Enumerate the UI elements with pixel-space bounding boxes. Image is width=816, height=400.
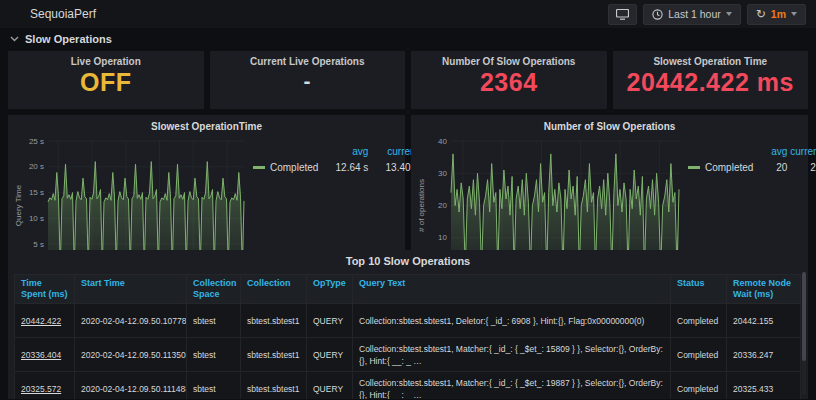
panel-title[interactable]: Slowest Operation Time — [653, 56, 767, 67]
refresh-interval-label: 1m — [771, 8, 786, 20]
cell-optype: QUERY — [307, 372, 353, 400]
y-tick-label: 10 s — [29, 214, 44, 223]
navbar: SequoiaPerf Last 1 hour ↻ 1m — [0, 0, 816, 28]
stat-panel-slowest-operation-time: Slowest Operation Time 20442.422 ms — [613, 51, 809, 109]
cell-remote-node-wait: 20442.155 — [727, 304, 801, 338]
cell-optype: QUERY — [307, 338, 353, 372]
table-row: 20325.5722020-02-04-12.09.50.111488sbtes… — [15, 372, 801, 400]
cell-collection: sbtest.sbtest1 — [241, 372, 307, 400]
legend-header-current: current — [787, 146, 816, 157]
table-header-row: Time Spent (ms)Start TimeCollection Spac… — [15, 275, 801, 304]
panel-title[interactable]: Slowest OperationTime — [14, 119, 399, 134]
legend-avg-value: 20 — [753, 162, 787, 173]
monitor-icon — [616, 9, 629, 20]
stat-panel-number-of-slow-operations: Number Of Slow Operations 2364 — [411, 51, 607, 109]
dashboard-content: Live Operation OFF Current Live Operatio… — [0, 49, 816, 399]
column-header-optype[interactable]: OpType — [307, 275, 353, 304]
stat-value: OFF — [80, 70, 132, 95]
time-range-label: Last 1 hour — [668, 8, 721, 20]
y-tick-label: 20 s — [29, 162, 44, 171]
cell-query-text: Collection:sbtest.sbtest1, Matcher:{ _id… — [353, 338, 671, 372]
legend-header-avg: avg — [318, 146, 368, 157]
refresh-icon: ↻ — [756, 8, 766, 20]
cell-start-time: 2020-02-04-12.09.50.107785 — [75, 304, 187, 338]
navbar-actions: Last 1 hour ↻ 1m — [608, 4, 806, 25]
cell-collection: sbtest.sbtest1 — [241, 338, 307, 372]
stat-value: - — [304, 70, 312, 91]
y-axis-label: Query Time — [14, 184, 23, 226]
app-title: SequoiaPerf — [30, 7, 96, 21]
column-header-query-text[interactable]: Query Text — [353, 275, 671, 304]
refresh-interval-button[interactable]: ↻ 1m — [747, 4, 806, 25]
legend-series-completed[interactable]: Completed — [253, 162, 318, 173]
stat-panel-live-operation: Live Operation OFF — [8, 51, 204, 109]
table-row: 20442.4222020-02-04-12.09.50.107785sbtes… — [15, 304, 801, 338]
y-tick-label: 15 s — [29, 188, 44, 197]
section-slow-operations[interactable]: Slow Operations — [0, 28, 816, 49]
cell-status: Completed — [671, 372, 727, 400]
slow-operations-table: Time Spent (ms)Start TimeCollection Spac… — [14, 274, 801, 399]
column-header-remote-node-wait[interactable]: Remote Node Wait (ms) — [727, 275, 801, 304]
time-range-picker[interactable]: Last 1 hour — [643, 4, 741, 25]
panel-title[interactable]: Top 10 Slow Operations — [8, 255, 808, 270]
cell-start-time: 2020-02-04-12.09.50.111488 — [75, 372, 187, 400]
table-panel-top-10-slow-operations: Top 10 Slow Operations Time Spent (ms)St… — [8, 250, 808, 399]
cell-status: Completed — [671, 304, 727, 338]
cell-query-text: Collection:sbtest.sbtest1, Matcher:{ _id… — [353, 372, 671, 400]
panel-title[interactable]: Live Operation — [71, 56, 141, 67]
legend-avg-value: 12.64 s — [318, 162, 368, 173]
section-title: Slow Operations — [25, 33, 112, 45]
cell-collection-space: sbtest — [187, 338, 241, 372]
column-header-time-spent[interactable]: Time Spent (ms) — [15, 275, 75, 304]
caret-down-icon — [726, 12, 732, 16]
cell-remote-node-wait: 20336.247 — [727, 338, 801, 372]
stat-value: 20442.422 ms — [627, 70, 794, 95]
stat-value: 2364 — [480, 70, 538, 95]
cell-collection: sbtest.sbtest1 — [241, 304, 307, 338]
table-scrollbar[interactable] — [802, 272, 806, 395]
panel-title[interactable]: Number Of Slow Operations — [442, 56, 575, 67]
y-tick-label: 40 — [438, 137, 447, 146]
cell-optype: QUERY — [307, 304, 353, 338]
legend-header-avg: avg — [753, 146, 787, 157]
cell-status: Completed — [671, 338, 727, 372]
caret-down-icon — [791, 12, 797, 16]
tv-mode-button[interactable] — [608, 4, 637, 25]
y-tick-label: 30 — [438, 169, 447, 178]
y-tick-label: 20 — [438, 201, 447, 210]
y-tick-label: 25 s — [29, 137, 44, 146]
y-axis-label: # of operations — [417, 179, 426, 232]
cell-time-spent[interactable]: 20442.422 — [15, 304, 75, 338]
cell-collection-space: sbtest — [187, 304, 241, 338]
clock-icon — [652, 9, 663, 20]
table-row: 20336.4042020-02-04-12.09.50.113507sbtes… — [15, 338, 801, 372]
cell-remote-node-wait: 20325.433 — [727, 372, 801, 400]
panel-title[interactable]: Number of Slow Operations — [417, 119, 802, 134]
series-color-swatch — [253, 166, 265, 169]
column-header-collection[interactable]: Collection — [241, 275, 307, 304]
y-tick-label: 5 s — [33, 240, 44, 249]
legend-series-completed[interactable]: Completed — [688, 162, 753, 173]
y-tick-label: 10 — [438, 233, 447, 242]
stats-row: Live Operation OFF Current Live Operatio… — [8, 51, 808, 109]
stat-panel-current-live-operations: Current Live Operations - — [210, 51, 406, 109]
cell-query-text: Collection:sbtest.sbtest1, Deletor:{ _id… — [353, 304, 671, 338]
cell-time-spent[interactable]: 20325.572 — [15, 372, 75, 400]
series-color-swatch — [688, 166, 700, 169]
panel-title[interactable]: Current Live Operations — [250, 56, 364, 67]
column-header-start-time[interactable]: Start Time — [75, 275, 187, 304]
cell-time-spent[interactable]: 20336.404 — [15, 338, 75, 372]
legend-current-value: 25 — [787, 162, 816, 173]
column-header-collection-space[interactable]: Collection Space — [187, 275, 241, 304]
chevron-down-icon — [10, 36, 19, 42]
cell-collection-space: sbtest — [187, 372, 241, 400]
column-header-status[interactable]: Status — [671, 275, 727, 304]
cell-start-time: 2020-02-04-12.09.50.113507 — [75, 338, 187, 372]
charts-row: Slowest OperationTime 0 ms5 s10 s15 s20 … — [8, 115, 808, 245]
